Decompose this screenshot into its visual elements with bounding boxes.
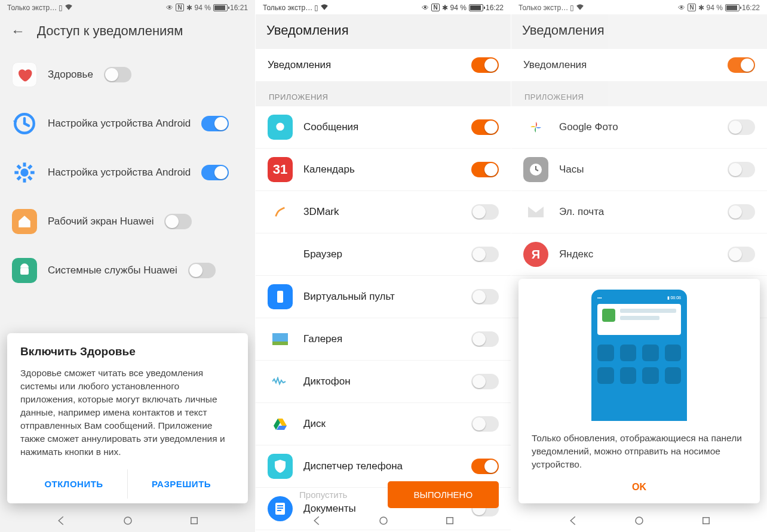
status-bar: Только экстр… ▯ 👁 N ✱ 94 % 16:21 xyxy=(0,0,255,14)
skip-button[interactable]: Пропустить xyxy=(268,481,379,508)
app-row-browser[interactable]: Y Браузер xyxy=(256,233,511,276)
nav-home-icon[interactable] xyxy=(378,515,389,526)
toggle[interactable] xyxy=(201,165,229,180)
master-toggle-label: Уведомления xyxy=(523,59,717,71)
screen-notifications-info: Только экстр… ▯ 👁 N ✱ 94 % 16:22 Уведомл… xyxy=(511,0,767,532)
toggle[interactable] xyxy=(201,116,229,131)
deny-button[interactable]: ОТКЛОНИТЬ xyxy=(20,469,128,499)
access-row-huawei-home[interactable]: Рабочий экран Huawei xyxy=(0,197,255,246)
app-row-email[interactable]: Эл. почта xyxy=(511,191,767,233)
toggle[interactable] xyxy=(471,416,499,432)
bluetooth-icon: ✱ xyxy=(698,4,704,12)
access-row-android-setup-1[interactable]: Настройка устройства Android xyxy=(0,99,255,148)
nav-home-icon[interactable] xyxy=(122,515,133,526)
app-row-gallery[interactable]: Галерея xyxy=(256,318,511,361)
nav-recent-icon[interactable] xyxy=(189,515,200,526)
nav-recent-icon[interactable] xyxy=(444,515,455,526)
clock-icon xyxy=(523,157,548,182)
battery-icon xyxy=(213,4,228,11)
svg-point-23 xyxy=(380,517,387,524)
master-toggle-row[interactable]: Уведомления xyxy=(256,49,511,82)
battery-pct: 94 % xyxy=(450,4,467,12)
app-row-google-photos[interactable]: Google Фото xyxy=(511,106,767,149)
app-row-messages[interactable]: Сообщения xyxy=(256,106,511,149)
back-icon[interactable]: ← xyxy=(11,23,25,39)
app-row-remote[interactable]: Виртуальный пульт xyxy=(256,276,511,318)
access-row-huawei-services[interactable]: Системные службы Huawei xyxy=(0,246,255,295)
svg-rect-17 xyxy=(272,333,288,342)
toggle[interactable] xyxy=(164,214,192,229)
svg-line-8 xyxy=(17,177,20,180)
nav-back-icon[interactable] xyxy=(311,515,322,526)
toggle[interactable] xyxy=(471,247,499,262)
toggle[interactable] xyxy=(728,247,755,262)
wifi-icon xyxy=(320,3,329,12)
access-row-android-setup-2[interactable]: Настройка устройства Android xyxy=(0,148,255,197)
yandex-browser-icon: Y xyxy=(268,242,293,267)
calendar-icon: 31 xyxy=(268,157,293,182)
eye-icon: 👁 xyxy=(166,4,173,12)
screen-header: Уведомления xyxy=(256,14,511,49)
toggle[interactable] xyxy=(728,57,755,73)
nav-bar xyxy=(256,509,511,532)
toggle[interactable] xyxy=(471,204,499,220)
nav-recent-icon[interactable] xyxy=(701,515,711,526)
recorder-icon xyxy=(268,369,293,394)
gallery-icon xyxy=(268,327,293,352)
toggle[interactable] xyxy=(728,119,755,135)
toggle[interactable] xyxy=(471,331,499,347)
section-header: ПРИЛОЖЕНИЯ xyxy=(511,82,767,106)
done-button[interactable]: ВЫПОЛНЕНО xyxy=(388,481,499,508)
app-label: Яндекс xyxy=(559,248,717,260)
access-label: Системные службы Huawei xyxy=(48,264,177,276)
info-dialog: •••▮ 08:08 Только обновления, отображающ… xyxy=(519,279,760,503)
wifi-icon xyxy=(576,3,584,12)
footer-actions: Пропустить ВЫПОЛНЕНО xyxy=(256,481,511,508)
toggle[interactable] xyxy=(188,263,216,278)
toggle[interactable] xyxy=(471,374,499,389)
toggle[interactable] xyxy=(471,289,499,305)
bluetooth-icon: ✱ xyxy=(186,4,192,12)
app-row-clock[interactable]: Часы xyxy=(511,149,767,191)
eye-icon: 👁 xyxy=(678,4,685,12)
nav-back-icon[interactable] xyxy=(567,515,578,526)
toggle[interactable] xyxy=(728,204,755,220)
master-toggle-row[interactable]: Уведомления xyxy=(511,49,767,82)
app-row-yandex[interactable]: Я Яндекс xyxy=(511,233,767,276)
nav-bar xyxy=(0,509,255,532)
svg-rect-24 xyxy=(447,518,453,524)
app-row-3dmark[interactable]: 3DMark xyxy=(256,191,511,233)
app-label: 3DMark xyxy=(303,206,461,218)
sim-icon: ▯ xyxy=(59,4,63,12)
access-row-health[interactable]: Здоровье xyxy=(0,50,255,99)
toggle[interactable] xyxy=(728,162,755,177)
toggle[interactable] xyxy=(471,57,499,73)
home-icon xyxy=(12,209,37,234)
app-row-calendar[interactable]: 31 Календарь xyxy=(256,149,511,191)
svg-point-13 xyxy=(124,517,131,524)
carrier-label: Только экстр… xyxy=(519,4,568,12)
heart-icon xyxy=(12,62,37,87)
toggle[interactable] xyxy=(471,119,499,135)
access-label: Рабочий экран Huawei xyxy=(48,215,154,227)
svg-rect-28 xyxy=(702,518,709,524)
svg-line-7 xyxy=(29,177,32,180)
nav-back-icon[interactable] xyxy=(56,515,66,526)
toggle[interactable] xyxy=(104,67,131,82)
nav-home-icon[interactable] xyxy=(634,515,645,526)
ok-button[interactable]: OK xyxy=(532,471,747,500)
app-row-drive[interactable]: Диск xyxy=(256,403,511,445)
app-row-recorder[interactable]: Диктофон xyxy=(256,361,511,403)
mail-icon xyxy=(523,199,548,225)
svg-rect-16 xyxy=(277,291,283,303)
svg-point-1 xyxy=(20,168,28,176)
app-label: Google Фото xyxy=(559,121,717,133)
restore-icon xyxy=(12,111,37,136)
dialog-title: Включить Здоровье xyxy=(20,345,235,358)
google-photos-icon xyxy=(523,115,548,140)
allow-button[interactable]: РАЗРЕШИТЬ xyxy=(128,469,235,499)
page-title: Уведомления xyxy=(266,23,349,38)
toggle[interactable] xyxy=(471,459,499,474)
carrier-label: Только экстр… xyxy=(7,4,57,12)
toggle[interactable] xyxy=(471,162,499,177)
